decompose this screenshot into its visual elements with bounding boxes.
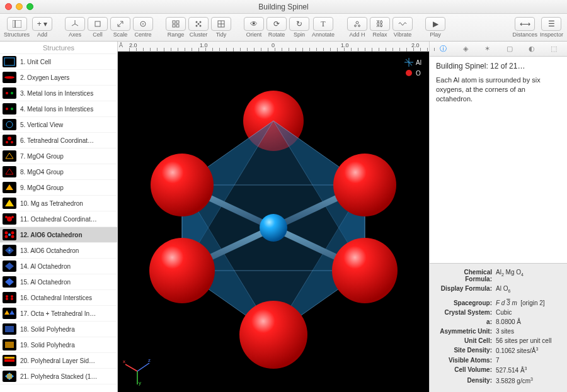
sidebar-item-label: 10. Mg as Tetrahedron xyxy=(20,200,83,207)
svg-point-23 xyxy=(11,92,13,94)
svg-line-86 xyxy=(137,363,149,371)
structure-thumbnail xyxy=(3,150,16,162)
sidebar-item[interactable]: 19. Solid Polyhedra xyxy=(0,337,117,353)
annotate-button[interactable]: T xyxy=(313,17,333,31)
svg-point-29 xyxy=(11,141,13,143)
sidebar: Structures 1. Unit Cell2. Oxygen Layers3… xyxy=(0,42,118,392)
tab-cell[interactable]: ▢ xyxy=(503,43,517,55)
sidebar-item-label: 12. AlO6 Octahedron xyxy=(20,232,83,238)
svg-rect-5 xyxy=(173,21,175,23)
maximize-button[interactable] xyxy=(26,3,33,10)
svg-marker-57 xyxy=(7,374,12,379)
sidebar-item[interactable]: 11. Octahedral Coordinat… xyxy=(0,211,117,227)
cluster-button[interactable] xyxy=(188,17,209,31)
sidebar-item-label: 13. AlO6 Octahedron xyxy=(20,247,79,254)
svg-point-11 xyxy=(196,25,198,27)
sidebar-item[interactable]: 15. Al Octahedron xyxy=(0,274,117,290)
range-button[interactable] xyxy=(166,17,186,31)
sidebar-item[interactable]: 5. Vertical View xyxy=(0,117,117,133)
svg-rect-52 xyxy=(5,326,14,332)
sidebar-item-label: 2. Oxygen Layers xyxy=(20,74,69,81)
svg-marker-32 xyxy=(6,184,13,190)
sidebar-item[interactable]: 3. Metal Ions in Interstices xyxy=(0,86,117,101)
sidebar-item[interactable]: 2. Oxygen Layers xyxy=(0,70,117,86)
sidebar-item-label: 11. Octahedral Coordinat… xyxy=(20,216,97,223)
svg-rect-53 xyxy=(5,342,14,348)
sidebar-item[interactable]: 16. Octahedral Interstices xyxy=(0,290,117,306)
info-title: Building Spinel: 12 of 21… xyxy=(436,62,561,70)
structure-thumbnail xyxy=(3,135,16,146)
inspector-label: Inspector xyxy=(540,31,563,38)
prop-unitcell: 56 sites per unit cell xyxy=(496,337,561,344)
sidebar-item[interactable]: 14. Al Octahedron xyxy=(0,259,117,274)
sidebar-item[interactable]: 17. Octa + Tetrahedral In… xyxy=(0,306,117,322)
main-toolbar: Structures + ▾Add Axes Cell Scale Centre… xyxy=(0,14,567,42)
svg-point-26 xyxy=(6,121,13,128)
sidebar-item[interactable]: 20. Polyhedral Layer Sid… xyxy=(0,353,117,369)
sidebar-item[interactable]: 4. Metal Ions in Interstices xyxy=(0,101,117,117)
rotate-button[interactable]: ⟳ xyxy=(266,17,287,31)
sidebar-item[interactable]: 13. AlO6 Octahedron xyxy=(0,243,117,259)
sidebar-item-label: 5. Vertical View xyxy=(20,121,63,128)
svg-point-34 xyxy=(7,216,12,221)
sidebar-item[interactable]: 9. MgO4 Group xyxy=(0,180,117,196)
cell-button[interactable] xyxy=(88,17,108,31)
sidebar-item[interactable]: 10. Mg as Tetrahedron xyxy=(0,196,117,211)
add-button[interactable]: + ▾ xyxy=(32,17,52,31)
sidebar-item-label: 18. Solid Polyhedra xyxy=(20,326,75,333)
sidebar-item-label: 17. Octa + Tetrahedral In… xyxy=(20,310,96,317)
sidebar-list[interactable]: 1. Unit Cell2. Oxygen Layers3. Metal Ion… xyxy=(0,54,117,392)
vibrate-button[interactable] xyxy=(392,17,413,31)
svg-point-41 xyxy=(11,235,14,238)
tidy-button[interactable] xyxy=(211,17,231,31)
tab-style[interactable]: ◐ xyxy=(525,43,539,55)
play-button[interactable]: ▶ xyxy=(425,17,445,31)
range-label: Range xyxy=(168,31,185,38)
axes-label: Axes xyxy=(69,31,81,38)
structure-thumbnail xyxy=(3,371,16,382)
tab-polyhedra[interactable]: ◈ xyxy=(459,43,472,55)
svg-point-37 xyxy=(8,233,11,236)
spin-button[interactable]: ↻ xyxy=(289,17,309,31)
tab-bonds[interactable]: ✶ xyxy=(481,43,495,55)
info-description: Each Al atom is surrounded by six oxygen… xyxy=(436,76,561,104)
svg-point-47 xyxy=(11,295,13,298)
sidebar-item[interactable]: 7. MgO4 Group xyxy=(0,148,117,164)
structure-thumbnail xyxy=(3,323,16,335)
structure-thumbnail xyxy=(3,182,16,193)
sidebar-item[interactable]: 21. Polyhedra Stacked (1… xyxy=(0,369,117,384)
structures-button[interactable] xyxy=(7,17,27,31)
ruler: Å 2.0 1.0 0 1.0 2.0 xyxy=(118,42,429,52)
svg-point-75 xyxy=(149,238,215,303)
relax-button[interactable]: ⛓ xyxy=(370,17,390,31)
svg-point-25 xyxy=(11,108,13,110)
info-area: Building Spinel: 12 of 21… Each Al atom … xyxy=(430,57,567,263)
sidebar-item[interactable]: 6. Tetrahedral Coordinat… xyxy=(0,133,117,148)
sidebar-item-label: 4. Metal Ions in Interstices xyxy=(20,106,93,113)
centre-button[interactable] xyxy=(133,17,153,31)
scale-button[interactable] xyxy=(110,17,130,31)
inspector-button[interactable]: ☰ xyxy=(541,17,561,31)
minimize-button[interactable] xyxy=(16,3,23,10)
tab-select[interactable]: ⬚ xyxy=(547,43,561,55)
sidebar-item-label: 14. Al Octahedron xyxy=(20,263,71,270)
3d-viewport[interactable]: Al O x y z xyxy=(118,52,429,392)
window-title: Building Spinel xyxy=(0,3,567,11)
addh-button[interactable] xyxy=(347,17,367,31)
sidebar-item[interactable]: 18. Solid Polyhedra xyxy=(0,322,117,337)
prop-display-formula: Al O6 xyxy=(496,285,561,293)
sidebar-item[interactable]: 12. AlO6 Octahedron xyxy=(0,227,117,243)
distances-button[interactable]: ⟷ xyxy=(515,17,535,31)
prop-asym: 3 sites xyxy=(496,328,561,335)
play-label: Play xyxy=(430,31,441,38)
tab-info[interactable]: ⓘ xyxy=(437,43,450,55)
sidebar-item[interactable]: 8. MgO4 Group xyxy=(0,164,117,180)
svg-point-35 xyxy=(5,216,8,218)
orient-button[interactable]: 👁 xyxy=(244,17,264,31)
prop-visible-atoms: 7 xyxy=(496,357,561,364)
svg-line-82 xyxy=(125,364,137,371)
axes-button[interactable] xyxy=(65,17,85,31)
close-button[interactable] xyxy=(5,3,12,10)
svg-point-24 xyxy=(6,108,8,110)
sidebar-item[interactable]: 1. Unit Cell xyxy=(0,54,117,70)
